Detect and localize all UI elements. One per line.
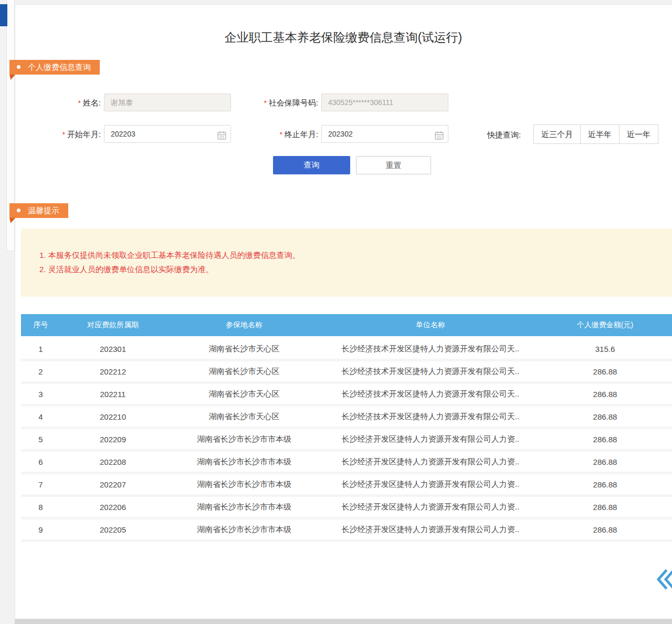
quick-query-label: 快捷查询: [487, 130, 521, 140]
cell-region: 湖南省长沙市天心区 [165, 384, 323, 404]
horizontal-scrollbar[interactable] [15, 619, 672, 624]
header-company: 单位名称 [323, 314, 538, 336]
required-mark: * [62, 130, 65, 139]
cell-amount: 286.88 [538, 519, 672, 539]
cell-amount: 286.88 [538, 497, 672, 517]
page-title: 企业职工基本养老保险缴费信息查询(试运行) [15, 29, 672, 46]
section-label: 温馨提示 [28, 206, 59, 215]
cell-company: 长沙经济技术开发区捷特人力资源开发有限公司天.. [323, 361, 538, 381]
collapse-chevron-icon[interactable] [656, 569, 672, 590]
cell-amount: 286.88 [538, 474, 672, 494]
cell-period: 202205 [60, 519, 165, 539]
cell-region: 湖南省长沙市天心区 [165, 407, 323, 427]
cell-period: 202209 [60, 429, 165, 449]
start-month-input[interactable]: 202203 [104, 125, 231, 143]
cell-amount: 286.88 [538, 361, 672, 381]
section-header-tips: 温馨提示 [9, 203, 68, 218]
table-body: 1 202301 湖南省长沙市天心区 长沙经济技术开发区捷特人力资源开发有限公司… [21, 339, 672, 542]
table-header-row: 序号 对应费款所属期 参保地名称 单位名称 个人缴费金额(元) [21, 314, 672, 336]
cell-index: 5 [21, 429, 60, 449]
cell-region: 湖南省长沙市天心区 [165, 339, 323, 359]
section-header-personal-payment-query: 个人缴费信息查询 [9, 60, 100, 75]
cell-company: 长沙经济开发区捷特人力资源开发有限公司人力资.. [323, 474, 538, 494]
header-amount: 个人缴费金额(元) [538, 314, 672, 336]
cell-period: 202208 [60, 452, 165, 472]
cell-company: 长沙经济技术开发区捷特人力资源开发有限公司天.. [323, 339, 538, 359]
cell-company: 长沙经济开发区捷特人力资源开发有限公司人力资.. [323, 497, 538, 517]
required-mark: * [264, 99, 266, 107]
header-region: 参保地名称 [165, 314, 323, 336]
cell-index: 4 [21, 407, 60, 427]
table-row: 3 202211 湖南省长沙市天心区 长沙经济技术开发区捷特人力资源开发有限公司… [21, 384, 672, 407]
cell-company: 长沙经济技术开发区捷特人力资源开发有限公司天.. [323, 384, 538, 404]
calendar-icon[interactable] [434, 129, 444, 146]
reset-button[interactable]: 重置 [356, 156, 431, 174]
cell-company: 长沙经济开发区捷特人力资源开发有限公司人力资.. [323, 452, 538, 472]
cell-index: 3 [21, 384, 60, 404]
table-row: 5 202209 湖南省长沙市长沙市市本级 长沙经济开发区捷特人力资源开发有限公… [21, 429, 672, 452]
table-row: 2 202212 湖南省长沙市天心区 长沙经济技术开发区捷特人力资源开发有限公司… [21, 361, 672, 384]
quick-query-group: 近三个月 近半年 近一年 [534, 124, 658, 144]
name-label: *姓名: [42, 98, 101, 108]
cell-region: 湖南省长沙市长沙市市本级 [165, 497, 323, 517]
cell-index: 2 [21, 361, 60, 381]
table-row: 9 202205 湖南省长沙市长沙市市本级 长沙经济开发区捷特人力资源开发有限公… [21, 519, 672, 542]
bullet-icon [17, 65, 20, 69]
cell-index: 1 [21, 339, 60, 359]
ssn-input: 430525******306111 [321, 93, 448, 111]
table-row: 4 202210 湖南省长沙市天心区 长沙经济技术开发区捷特人力资源开发有限公司… [21, 407, 672, 429]
required-mark: * [78, 99, 80, 107]
cell-index: 6 [21, 452, 60, 472]
quick-query-3months-button[interactable]: 近三个月 [533, 124, 581, 144]
cell-period: 202301 [60, 339, 165, 359]
page: 企业职工基本养老保险缴费信息查询(试运行) 个人缴费信息查询 *姓名: 谢旭泰 … [0, 0, 672, 624]
cell-period: 202211 [60, 384, 165, 404]
cell-index: 7 [21, 474, 60, 494]
section-label: 个人缴费信息查询 [28, 63, 91, 71]
payment-table: 序号 对应费款所属期 参保地名称 单位名称 个人缴费金额(元) 1 202301… [21, 314, 672, 542]
cell-company: 长沙经济开发区捷特人力资源开发有限公司人力资.. [323, 519, 538, 539]
cell-period: 202206 [60, 497, 165, 517]
cell-company: 长沙经济开发区捷特人力资源开发有限公司人力资.. [323, 429, 538, 449]
cell-region: 湖南省长沙市天心区 [165, 361, 323, 381]
quick-query-1year-button[interactable]: 近一年 [619, 124, 658, 144]
bullet-icon [17, 209, 20, 212]
cell-amount: 315.6 [538, 339, 672, 359]
header-period: 对应费款所属期 [60, 314, 165, 336]
table-row: 8 202206 湖南省长沙市长沙市市本级 长沙经济开发区捷特人力资源开发有限公… [21, 497, 672, 519]
header-index: 序号 [21, 314, 60, 336]
name-input: 谢旭泰 [104, 93, 231, 111]
tips-notice-box: 1. 本服务仅提供尚未领取企业职工基本养老保险待遇人员的缴费信息查询。 2. 灵… [21, 228, 672, 297]
table-row: 7 202207 湖南省长沙市长沙市市本级 长沙经济开发区捷特人力资源开发有限公… [21, 474, 672, 497]
table-row: 6 202208 湖南省长沙市长沙市市本级 长沙经济开发区捷特人力资源开发有限公… [21, 452, 672, 474]
cell-index: 8 [21, 497, 60, 517]
cell-region: 湖南省长沙市长沙市市本级 [165, 519, 323, 539]
cell-period: 202212 [60, 361, 165, 381]
cell-period: 202207 [60, 474, 165, 494]
ssn-label: *社会保障号码: [236, 98, 318, 108]
sidebar-collapsed-tab[interactable] [0, 4, 7, 26]
start-month-label: *开始年月: [42, 129, 101, 140]
end-month-label: *终止年月: [236, 129, 318, 140]
cell-region: 湖南省长沙市长沙市市本级 [165, 474, 323, 494]
table-row: 1 202301 湖南省长沙市天心区 长沙经济技术开发区捷特人力资源开发有限公司… [21, 339, 672, 361]
tip-line: 1. 本服务仅提供尚未领取企业职工基本养老保险待遇人员的缴费信息查询。 [39, 248, 672, 262]
cell-index: 9 [21, 519, 60, 539]
end-month-input[interactable]: 202302 [321, 125, 448, 143]
cell-period: 202210 [60, 407, 165, 427]
cell-amount: 286.88 [538, 429, 672, 449]
tip-line: 2. 灵活就业人员的缴费单位信息以实际缴费为准。 [39, 263, 672, 276]
cell-amount: 286.88 [538, 452, 672, 472]
calendar-icon[interactable] [217, 129, 227, 146]
required-mark: * [279, 130, 282, 139]
cell-region: 湖南省长沙市长沙市市本级 [165, 429, 323, 449]
cell-amount: 286.88 [538, 407, 672, 427]
cell-company: 长沙经济技术开发区捷特人力资源开发有限公司天.. [323, 407, 538, 427]
cell-region: 湖南省长沙市长沙市市本级 [165, 452, 323, 472]
cell-amount: 286.88 [538, 384, 672, 404]
quick-query-halfyear-button[interactable]: 近半年 [580, 124, 620, 144]
query-button[interactable]: 查询 [273, 156, 350, 174]
